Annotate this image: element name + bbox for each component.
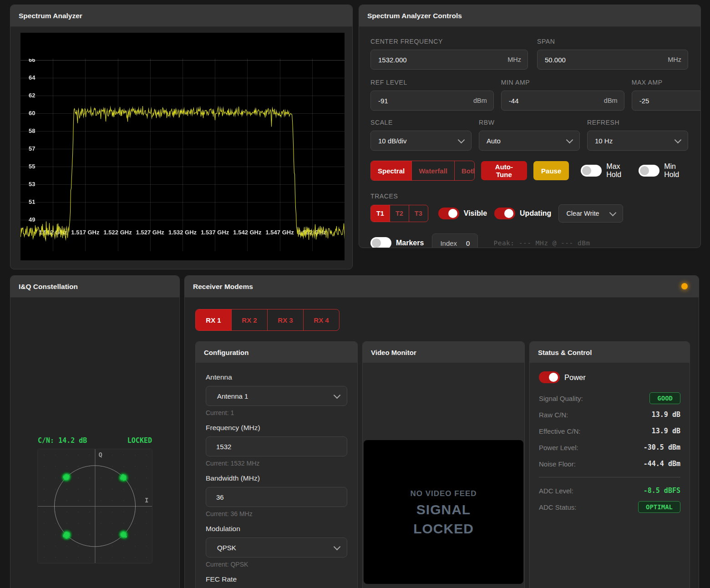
span-label: SPAN (537, 38, 688, 45)
antenna-label: Antenna (206, 373, 347, 381)
auto-tune-button[interactable]: Auto-Tune (481, 161, 527, 180)
modulation-select[interactable]: QPSK (206, 537, 347, 558)
frequency-hint: Current: 1532 MHz (206, 460, 347, 467)
trace-visible-label: Visible (464, 209, 487, 218)
refresh-select-value: 10 Hz (595, 137, 613, 145)
spectrum-chart[interactable] (20, 33, 345, 260)
adc-status-badge: OPTIMAL (638, 501, 680, 513)
scale-select[interactable]: 10 dB/div (370, 131, 472, 151)
antenna-select[interactable]: Antenna 1 (206, 386, 347, 406)
center-frequency-input[interactable] (377, 56, 504, 64)
locked-text: LOCKED (413, 521, 474, 537)
center-frequency-unit: MHz (507, 56, 521, 63)
spectrum-controls-panel: Spectrum Analyzer Controls CENTER FREQUE… (359, 5, 701, 248)
trace-t1-button[interactable]: T1 (371, 205, 390, 222)
toggle-knob (372, 238, 381, 248)
traces-section-label: TRACES (370, 193, 688, 200)
signal-quality-badge: GOOD (649, 392, 680, 404)
noise-floor-label: Noise Floor: (539, 460, 576, 468)
min-amp-unit: dBm (604, 97, 618, 104)
trace-select-group: T1 T2 T3 (370, 205, 428, 222)
view-mode-waterfall-button[interactable]: Waterfall (411, 161, 454, 180)
ref-level-unit: dBm (473, 97, 487, 104)
configuration-subpanel: Configuration Antenna Antenna 1 Current:… (195, 341, 358, 588)
cn-readout: C/N: 14.2 dB (38, 436, 87, 445)
view-mode-spectral-button[interactable]: Spectral (371, 161, 411, 180)
marker-index-label: Index (440, 239, 457, 247)
status-control-header: Status & Control (530, 342, 690, 363)
max-amp-field: dBm (632, 91, 701, 111)
modulation-hint: Current: QPSK (206, 561, 347, 568)
iq-constellation-header: I&Q Constellation (10, 276, 179, 298)
trace-t2-button[interactable]: T2 (390, 205, 409, 222)
toggle-knob (582, 166, 591, 175)
bandwidth-label: Bandwidth (MHz) (206, 474, 347, 482)
tab-rx4[interactable]: RX 4 (303, 309, 339, 330)
rbw-select[interactable]: Auto (479, 131, 580, 151)
peak-readout: Peak: --- MHz @ --- dBm (493, 239, 590, 247)
max-hold-toggle[interactable] (581, 165, 602, 177)
video-monitor-title: Video Monitor (371, 349, 416, 356)
status-indicator-dot (681, 283, 688, 289)
refresh-label: REFRESH (587, 119, 688, 126)
chevron-down-icon (334, 391, 341, 399)
adc-level-value: -8.5 dBFS (644, 487, 680, 495)
ref-level-input[interactable] (377, 96, 470, 105)
max-hold-label: Max Hold (606, 162, 632, 179)
trace-t3-button[interactable]: T3 (409, 205, 428, 222)
bandwidth-input[interactable] (213, 493, 340, 502)
chevron-down-icon (674, 136, 682, 143)
configuration-header: Configuration (196, 342, 357, 363)
divider (539, 477, 680, 477)
receiver-modems-panel: Receiver Modems RX 1 RX 2 RX 3 RX 4 Conf… (184, 275, 699, 588)
modulation-select-value: QPSK (213, 544, 236, 552)
toggle-knob (448, 209, 457, 218)
receiver-modems-header: Receiver Modems (185, 276, 699, 298)
adc-status-label: ADC Status: (539, 503, 577, 511)
min-hold-toggle[interactable] (639, 165, 659, 177)
chevron-down-icon (566, 136, 573, 143)
chevron-down-icon (334, 543, 341, 550)
effective-cn-value: 13.9 dB (652, 427, 680, 435)
video-monitor-subpanel: Video Monitor NO VIDEO FEED SIGNAL LOCKE… (362, 341, 525, 588)
max-amp-input[interactable] (639, 96, 701, 105)
toggle-knob (549, 373, 558, 382)
trace-mode-select[interactable]: Clear Write (558, 204, 623, 223)
tab-rx2[interactable]: RX 2 (231, 309, 267, 330)
spectrum-analyzer-panel: Spectrum Analyzer (10, 5, 353, 269)
pause-button[interactable]: Pause (533, 161, 569, 180)
refresh-select[interactable]: 10 Hz (587, 131, 688, 151)
toggle-knob (640, 166, 649, 175)
configuration-title: Configuration (204, 349, 248, 356)
no-video-feed-text: NO VIDEO FEED (410, 489, 477, 498)
power-toggle[interactable] (539, 371, 560, 383)
marker-index-field[interactable]: Index 0 (432, 233, 478, 248)
status-control-title: Status & Control (538, 349, 592, 356)
status-control-subpanel: Status & Control Power Signal Quality: G… (529, 341, 690, 588)
video-monitor-header: Video Monitor (363, 342, 524, 363)
ref-level-label: REF LEVEL (370, 79, 494, 86)
trace-mode-value: Clear Write (566, 210, 599, 217)
frequency-label: Frequency (MHz) (206, 424, 347, 432)
tab-rx3[interactable]: RX 3 (267, 309, 303, 330)
trace-visible-toggle[interactable] (438, 208, 459, 219)
raw-cn-value: 13.9 dB (652, 411, 680, 419)
power-level-label: Power Level: (539, 444, 578, 451)
span-input[interactable] (544, 56, 664, 64)
span-field: MHz (537, 50, 688, 70)
power-label: Power (564, 373, 586, 382)
ref-level-field: dBm (370, 91, 494, 111)
chevron-down-icon (609, 209, 617, 216)
trace-updating-toggle[interactable] (494, 208, 515, 219)
min-amp-input[interactable] (508, 96, 600, 105)
view-mode-both-button[interactable]: Both (454, 161, 475, 180)
frequency-input[interactable] (213, 442, 340, 451)
spectrum-chart-container (20, 33, 342, 260)
tab-rx1[interactable]: RX 1 (196, 309, 231, 330)
markers-toggle[interactable] (370, 237, 391, 248)
min-hold-label: Min Hold (664, 162, 688, 179)
bandwidth-hint: Current: 36 MHz (206, 510, 347, 517)
trace-updating-label: Updating (520, 209, 551, 218)
frequency-field (206, 436, 347, 456)
power-level-value: -30.5 dBm (644, 443, 680, 451)
